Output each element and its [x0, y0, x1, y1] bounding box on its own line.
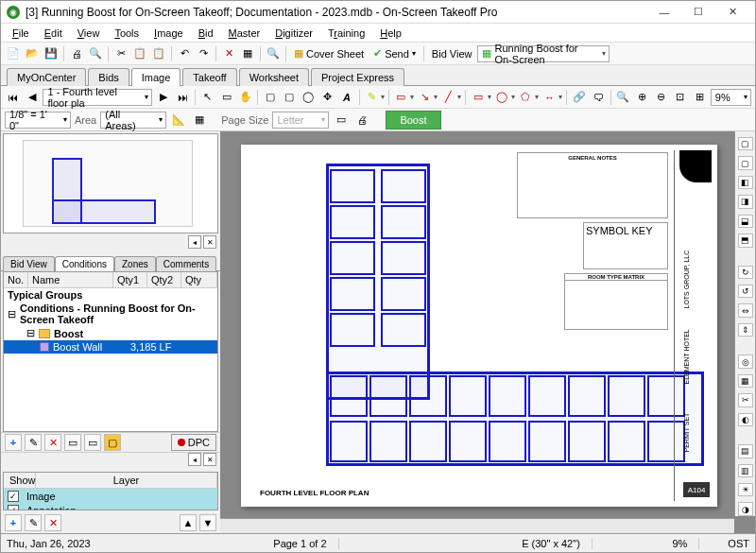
folder-button[interactable]: ▢: [104, 434, 121, 451]
paste-icon[interactable]: 📋: [150, 45, 167, 62]
layer-checkbox[interactable]: ✓: [8, 491, 19, 502]
edit-layer-button[interactable]: ✎: [25, 514, 42, 531]
link-icon[interactable]: 🔗: [571, 89, 587, 106]
tab-zones[interactable]: Zones: [114, 256, 156, 271]
menu-view[interactable]: View: [70, 26, 108, 41]
col-layer[interactable]: Layer: [36, 473, 217, 488]
rt8-icon[interactable]: ↺: [738, 285, 753, 298]
rt6-icon[interactable]: ⬒: [738, 233, 753, 247]
rt3-icon[interactable]: ◧: [738, 176, 753, 189]
drawing-viewport[interactable]: FOURTH LEVEL FLOOR PLAN GENERAL NOTES SY…: [220, 131, 755, 533]
menu-training[interactable]: Training: [320, 26, 372, 41]
zoom-actual-icon[interactable]: ⊞: [692, 89, 708, 106]
page-size-select[interactable]: Letter: [272, 112, 329, 129]
rt12-icon[interactable]: ▦: [738, 374, 753, 388]
tool-icon[interactable]: ▦: [239, 45, 256, 62]
rect-icon[interactable]: ▭: [470, 89, 486, 106]
preview-icon[interactable]: 🔍: [87, 45, 104, 62]
rt13-icon[interactable]: ✂: [738, 393, 753, 406]
print2-icon[interactable]: 🖨: [353, 112, 370, 129]
rt17-icon[interactable]: ☀: [738, 483, 753, 496]
rt5-icon[interactable]: ⬓: [738, 215, 753, 228]
tree-item-boost-wall[interactable]: Boost Wall 3,185 LF: [4, 340, 217, 354]
col-show[interactable]: Show: [4, 473, 36, 488]
col-qty1[interactable]: Qty1: [113, 272, 147, 287]
rt1-icon[interactable]: ▢: [738, 137, 753, 150]
save-icon[interactable]: 💾: [43, 45, 60, 62]
col-name[interactable]: Name: [28, 272, 113, 287]
dup-condition-button[interactable]: ▭: [64, 434, 81, 451]
calc-icon[interactable]: ▦: [191, 112, 208, 129]
layer-row[interactable]: ✓Image: [4, 489, 217, 503]
tab-project-express[interactable]: Project Express: [311, 68, 404, 86]
move-icon[interactable]: ✥: [319, 89, 335, 106]
menu-help[interactable]: Help: [372, 26, 409, 41]
menu-bid[interactable]: Bid: [191, 26, 221, 41]
zoom-out-icon[interactable]: ⊖: [653, 89, 669, 106]
dpc-button[interactable]: DPC: [171, 434, 216, 451]
delete-icon[interactable]: ✕: [220, 45, 237, 62]
ellipse-icon[interactable]: ◯: [494, 89, 510, 106]
find-icon[interactable]: 🔍: [265, 45, 282, 62]
close-button[interactable]: ✕: [715, 2, 749, 23]
move-down-button[interactable]: ▼: [199, 514, 216, 531]
menu-master[interactable]: Master: [221, 26, 268, 41]
plan-select[interactable]: ▦Running Boost for On-Screen: [477, 45, 610, 62]
move-up-button[interactable]: ▲: [180, 514, 197, 531]
cover-sheet-button[interactable]: ▦Cover Sheet: [290, 45, 368, 62]
send-button[interactable]: ✔Send▾: [369, 45, 420, 62]
rt2-icon[interactable]: ▢: [738, 156, 753, 169]
add-layer-button[interactable]: +: [5, 514, 22, 531]
dim-icon[interactable]: ↔: [541, 89, 558, 106]
rt10-icon[interactable]: ⇕: [738, 323, 753, 337]
tab-conditions[interactable]: Conditions: [55, 256, 114, 271]
col-qty2[interactable]: Qty2: [147, 272, 181, 287]
open-icon[interactable]: 📂: [24, 45, 41, 62]
menu-digitizer[interactable]: Digitizer: [267, 26, 320, 41]
maximize-button[interactable]: ☐: [681, 2, 715, 23]
nav-prev-icon[interactable]: ◀: [24, 89, 40, 106]
panel-prev-icon[interactable]: ◂: [188, 235, 201, 249]
measure-icon[interactable]: 📐: [170, 112, 187, 129]
minimize-button[interactable]: —: [647, 2, 681, 23]
zoom-window-icon[interactable]: 🔍: [615, 89, 631, 106]
edit-condition-button[interactable]: ✎: [25, 434, 42, 451]
pan-icon[interactable]: ✋: [237, 89, 253, 106]
copy-icon[interactable]: 📋: [131, 45, 148, 62]
layer-checkbox[interactable]: ✓: [8, 505, 19, 511]
horizontal-scrollbar[interactable]: [220, 518, 734, 533]
rt14-icon[interactable]: ◐: [738, 413, 753, 426]
shape1-icon[interactable]: ▢: [262, 89, 278, 106]
panel-close-icon[interactable]: ✕: [203, 235, 216, 249]
zoom-fit-icon[interactable]: ⊡: [672, 89, 688, 106]
tab-comments[interactable]: Comments: [156, 256, 216, 271]
note-icon[interactable]: 🗨: [590, 89, 606, 106]
text-icon[interactable]: A: [338, 89, 354, 106]
delete-layer-button[interactable]: ✕: [44, 514, 61, 531]
tree-conditions-root[interactable]: ⊟Conditions - Running Boost for On-Scree…: [4, 302, 217, 326]
nav-first-icon[interactable]: ⏮: [5, 89, 21, 106]
rt18-icon[interactable]: ◑: [738, 502, 753, 515]
bid-view-button[interactable]: Bid View: [428, 45, 476, 62]
rt15-icon[interactable]: ▤: [738, 444, 753, 458]
tab-bids[interactable]: Bids: [88, 68, 129, 86]
arrow-icon[interactable]: ↘: [417, 89, 433, 106]
rt16-icon[interactable]: ▥: [738, 464, 753, 477]
nav-next-icon[interactable]: ▶: [155, 89, 171, 106]
rt7-icon[interactable]: ↻: [738, 266, 753, 279]
undo-icon[interactable]: ↶: [176, 45, 193, 62]
area-select[interactable]: (All Areas): [100, 112, 166, 129]
tree-folder-boost[interactable]: ⊟Boost: [4, 326, 217, 340]
col-qty[interactable]: Qty: [181, 272, 217, 287]
menu-file[interactable]: File: [5, 26, 37, 41]
col-no[interactable]: No.: [4, 272, 28, 287]
page-select[interactable]: 1 - Fourth level floor pla: [43, 89, 152, 106]
cloud-icon[interactable]: ▭: [393, 89, 409, 106]
menu-tools[interactable]: Tools: [107, 26, 146, 41]
nav-last-icon[interactable]: ⏭: [174, 89, 190, 106]
select-icon[interactable]: ▭: [218, 89, 234, 106]
zoom-select[interactable]: 9%: [711, 89, 751, 106]
layer-panel-prev-icon[interactable]: ◂: [188, 453, 201, 466]
boost-button[interactable]: Boost: [386, 111, 440, 130]
tab-bid-view[interactable]: Bid View: [3, 256, 55, 271]
